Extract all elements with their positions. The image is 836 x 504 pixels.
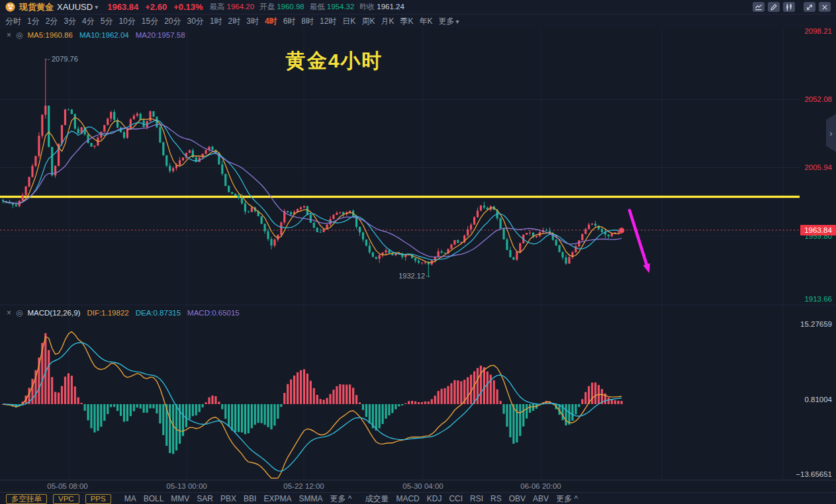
- indicator-SMMA[interactable]: SMMA: [299, 494, 322, 503]
- symbol-name[interactable]: 现货黄金: [19, 1, 54, 13]
- trading-app: 现货黄金 XAUUSD ▾ 1963.84 +2.60 +0.13% 最高196…: [0, 0, 836, 504]
- timeframe-4分[interactable]: 4分: [82, 16, 95, 27]
- date-label: 05-13 00:00: [157, 482, 216, 490]
- timeframe-周K[interactable]: 周K: [361, 16, 375, 27]
- indicator-BOLL[interactable]: BOLL: [144, 494, 164, 503]
- timeframe-10分[interactable]: 10分: [118, 16, 135, 27]
- order-button-PPS[interactable]: PPS: [85, 494, 111, 504]
- daily-stat: 昨收1961.24: [359, 2, 404, 11]
- draw-icon[interactable]: [768, 2, 780, 12]
- window-buttons: [749, 2, 831, 12]
- symbol-code[interactable]: XAUUSD: [57, 2, 93, 12]
- timeframe-1分[interactable]: 1分: [27, 16, 40, 27]
- daily-stat: 开盘1960.98: [259, 2, 304, 11]
- timeframe-2时[interactable]: 2时: [228, 16, 241, 27]
- timeframe-日K[interactable]: 日K: [342, 16, 355, 27]
- stat-value: 1964.20: [227, 3, 255, 11]
- timeframe-8时[interactable]: 8时: [301, 16, 314, 27]
- daily-stats: 最高1964.20开盘1960.98最低1954.32昨收1961.24: [210, 2, 410, 12]
- stat-value: 1960.98: [277, 3, 304, 11]
- dea-value: DEA:0.87315: [136, 309, 181, 317]
- timeframe-3时[interactable]: 3时: [246, 16, 259, 27]
- ma20-value: MA20:1957.58: [136, 31, 185, 39]
- price-label: 2052.08: [786, 95, 832, 103]
- indicator-EXPMA[interactable]: EXPMA: [263, 494, 291, 503]
- indicator-PBX[interactable]: PBX: [220, 494, 236, 503]
- price-label: 2005.94: [786, 163, 832, 171]
- timeframe-15分[interactable]: 15分: [142, 16, 158, 27]
- chart-title: 黄金4小时: [258, 48, 410, 75]
- sub-indicator-RS[interactable]: RS: [490, 494, 502, 503]
- close-icon[interactable]: [819, 2, 831, 12]
- timeframe-4时[interactable]: 4时: [265, 16, 277, 27]
- macd-close-icon[interactable]: ×: [7, 308, 11, 317]
- indicator-MA[interactable]: MA: [124, 494, 136, 503]
- sub-indicators-more[interactable]: 更多 ^: [556, 493, 578, 504]
- indicator-SAR[interactable]: SAR: [197, 494, 213, 503]
- sub-indicator-KDJ[interactable]: KDJ: [427, 494, 442, 503]
- symbol-dropdown-icon[interactable]: ▾: [95, 3, 98, 11]
- chevron-right-icon: ›: [829, 128, 832, 138]
- timeframe-3分[interactable]: 3分: [64, 16, 76, 27]
- date-label: 05-30 04:00: [393, 482, 453, 490]
- timeframe-5分[interactable]: 5分: [101, 16, 113, 27]
- chart-canvas[interactable]: [0, 0, 836, 504]
- annotation-high: 2079.76: [52, 55, 78, 63]
- sub-indicator-RSI[interactable]: RSI: [470, 494, 483, 503]
- timeframe-12时[interactable]: 12时: [320, 16, 336, 27]
- macd-scale-label: 0.81004: [786, 396, 832, 403]
- stat-label: 最低: [310, 3, 325, 11]
- timeframe-6时[interactable]: 6时: [283, 16, 296, 27]
- daily-stat: 最高1964.20: [210, 2, 255, 11]
- candlestick-icon[interactable]: [783, 2, 795, 12]
- order-button-多空挂单[interactable]: 多空挂单: [6, 494, 47, 504]
- ma-close-icon[interactable]: ×: [7, 30, 11, 40]
- timeframe-20分[interactable]: 20分: [164, 16, 181, 27]
- indicator-line-icon[interactable]: [753, 2, 765, 12]
- sub-indicator-OBV[interactable]: OBV: [509, 494, 526, 503]
- macd-scale-label: 15.27659: [786, 320, 832, 328]
- timeframe-more[interactable]: 更多▾: [438, 16, 468, 27]
- sub-indicator-CCI[interactable]: CCI: [449, 494, 463, 503]
- timeframe-年K[interactable]: 年K: [419, 16, 432, 27]
- ma10-value: MA10:1962.04: [79, 31, 129, 39]
- ma-legend: × ◎ MA5:1960.86 MA10:1962.04 MA20:1957.5…: [7, 30, 185, 40]
- price-change: +2.60: [145, 2, 167, 12]
- stat-value: 1954.32: [327, 3, 355, 11]
- panel-expand-tab[interactable]: ›: [826, 114, 836, 152]
- last-price: 1963.84: [107, 2, 138, 12]
- timeframe-30分[interactable]: 30分: [187, 16, 204, 27]
- timeframe-2分[interactable]: 2分: [46, 16, 58, 27]
- stat-value: 1961.24: [377, 3, 404, 11]
- indicator-MMV[interactable]: MMV: [171, 494, 189, 503]
- stat-label: 最高: [210, 3, 225, 11]
- sub-indicator-MACD[interactable]: MACD: [396, 494, 419, 503]
- top-info-bar: 现货黄金 XAUUSD ▾ 1963.84 +2.60 +0.13% 最高196…: [0, 0, 836, 15]
- ma5-value: MA5:1960.86: [28, 31, 73, 39]
- timeframe-月K[interactable]: 月K: [381, 16, 394, 27]
- sub-indicator-成交量[interactable]: 成交量: [365, 493, 389, 504]
- ma-settings-icon[interactable]: ◎: [16, 30, 23, 40]
- date-label: 06-06 20:00: [511, 482, 571, 490]
- timeframe-季K[interactable]: 季K: [400, 16, 413, 27]
- price-label: 1913.66: [786, 295, 832, 303]
- main-indicators-more[interactable]: 更多 ^: [330, 493, 351, 504]
- timeframe-1时[interactable]: 1时: [210, 16, 222, 27]
- timeframe-bar: 分时1分2分3分4分5分10分15分20分30分1时2时3时4时6时8时12时日…: [0, 15, 836, 28]
- caret-down-icon: ▾: [455, 18, 459, 25]
- symbol-logo-icon: [5, 2, 15, 12]
- indicator-toolbar: 多空挂单VPCPPSMABOLLMMVSARPBXBBIEXPMASMMA更多 …: [0, 492, 836, 504]
- macd-legend: × ◎ MACD(12,26,9) DIF:1.19822 DEA:0.8731…: [7, 308, 240, 317]
- order-button-VPC[interactable]: VPC: [53, 494, 79, 504]
- timeframe-分时[interactable]: 分时: [5, 16, 21, 27]
- macd-settings-icon[interactable]: ◎: [16, 308, 23, 317]
- dif-value: DIF:1.19822: [87, 309, 128, 317]
- macd-scale-label: −13.65651: [786, 470, 832, 478]
- daily-stat: 最低1954.32: [310, 2, 355, 11]
- stat-label: 昨收: [359, 3, 375, 11]
- expand-icon[interactable]: [804, 2, 815, 12]
- current-price-badge: 1963.84: [800, 225, 836, 235]
- sub-indicator-ABV[interactable]: ABV: [533, 494, 549, 503]
- indicator-BBI[interactable]: BBI: [244, 494, 256, 503]
- date-label: 05-05 08:00: [38, 482, 97, 490]
